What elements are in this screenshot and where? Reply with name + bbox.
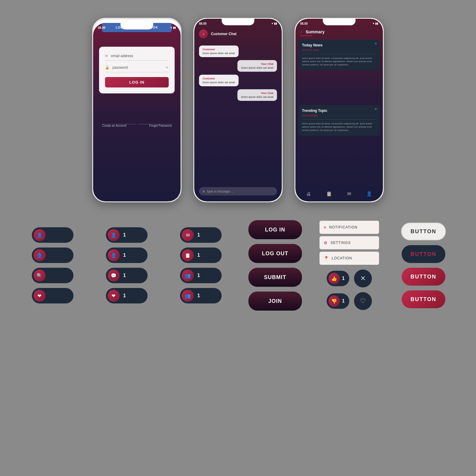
login-card: ✉ email address 🔒 password 👁 LOG IN [99, 47, 175, 93]
chat-header: ♪ Customer Chat [194, 27, 282, 41]
password-field[interactable]: 🔒 password 👁 [105, 65, 169, 72]
count-group2: 1 [197, 293, 200, 298]
pill-btn-user-2[interactable]: 👤 [32, 248, 73, 263]
chat-avatar-icon: ♪ [203, 32, 204, 36]
status-time: 08.00 [98, 26, 105, 29]
join-action-btn[interactable]: JOIN [248, 292, 302, 311]
status-time-summary: 08.00 [300, 22, 308, 25]
phones-section: 08.00 ▾ ▮▮ ✉ email address 🔒 passwo [0, 0, 476, 214]
nav-list-icon[interactable]: 📋 [326, 191, 332, 197]
phone-summary: 08.00 ▾ ▮▮ ≡ Summary ✕ Today News disco [295, 18, 384, 202]
bubble-text-1: lorem ipsum dolor set amet [203, 52, 235, 55]
location-icon: 📍 [324, 256, 329, 261]
pill-btn-list-count[interactable]: 📋 1 [180, 248, 222, 263]
pill-btn-user-count-1[interactable]: 👤 1 [106, 227, 148, 243]
wifi-icon: ▾ [170, 26, 172, 29]
col-style-btns: BUTTON BUTTON BUTTON BUTTON [389, 223, 458, 308]
password-input[interactable]: password [112, 65, 162, 70]
col-menu-items: ≡ NOTIFICATION ⚙ SETTINGS 📍 LOCATION 👍 1… [314, 221, 384, 310]
group-icon-count: 👥 [182, 270, 194, 281]
lock-icon: 🔒 [105, 65, 109, 70]
email-field[interactable]: ✉ email address [105, 54, 169, 61]
pill-btn-search[interactable]: 🔍 [32, 268, 73, 283]
news-card-trending: ✕ Trending Topic local updates lorem ips… [298, 105, 380, 136]
x-close-btn[interactable]: ✕ [354, 270, 372, 287]
notification-label: NOTIFICATION [329, 225, 358, 229]
pink-button-2[interactable]: BUTTON [402, 290, 445, 308]
buttons-section: 👤 👤 🔍 ❤ 👤 1 👤 1 💬 1 ❤ 1 [0, 214, 476, 322]
news-body-2: lorem ipsum dolor sit amet, consectetur … [302, 122, 376, 132]
chat-input[interactable]: type a message ... [207, 190, 234, 193]
like-count: 1 [342, 276, 345, 281]
summary-underline [300, 35, 312, 36]
news-card-close-1[interactable]: ✕ [375, 42, 377, 45]
news-title-2: Trending Topic [302, 109, 376, 113]
outline-button-1[interactable]: BUTTON [401, 223, 446, 240]
wifi-icon-chat: ▾ [272, 22, 273, 25]
menu-items-group: ≡ NOTIFICATION ⚙ SETTINGS 📍 LOCATION [314, 221, 384, 265]
summary-title: Summary [306, 29, 325, 34]
heart-outline-btn[interactable]: ♡ [354, 292, 372, 310]
login-button[interactable]: LOG IN [105, 77, 169, 87]
x-icon: ✕ [360, 275, 366, 282]
forget-password-link[interactable]: Forget Password [149, 124, 172, 127]
chat-bubble-customer-1: Customer lorem ipsum dolor set amet [199, 46, 239, 57]
user-icon-2: 👤 [34, 249, 46, 261]
news-divider-2 [302, 119, 376, 120]
battery-icon-chat: ▮▮ [274, 22, 277, 25]
count-3: 1 [123, 273, 126, 278]
chat-messages: Customer lorem ipsum dolor set amet Your… [194, 43, 282, 184]
dislike-pill-btn[interactable]: 👎 1 [327, 293, 350, 309]
nav-print-icon[interactable]: 🖨 [306, 191, 311, 197]
heart-icon-count: ❤ [108, 290, 120, 302]
login-action-btn[interactable]: LOG IN [248, 220, 302, 239]
pill-btn-mail-count[interactable]: ✉ 1 [180, 227, 222, 243]
news-card-close-2[interactable]: ✕ [375, 107, 377, 111]
logout-action-btn[interactable]: LOG OUT [248, 244, 302, 263]
menu-item-notification[interactable]: ≡ NOTIFICATION [320, 221, 379, 234]
location-label: LOCATION [332, 256, 352, 260]
like-row: 👍 1 ✕ [327, 270, 372, 287]
pill-btn-user-count-2[interactable]: 👤 1 [106, 248, 148, 263]
thumbs-up-icon: 👍 [328, 273, 340, 284]
chat-bubble-yourchat-1: Your Chat lorem ipsum dolor set amet [237, 60, 277, 72]
count-1: 1 [123, 232, 126, 238]
group2-icon-count: 👥 [182, 290, 194, 302]
news-card-today: ✕ Today News discover news lorem ipsum d… [298, 40, 380, 70]
dark-button-1[interactable]: BUTTON [402, 245, 445, 263]
like-pill-btn[interactable]: 👍 1 [327, 271, 350, 286]
hamburger-icon[interactable]: ≡ [300, 29, 303, 34]
chat-menu-icon[interactable]: ≡ [203, 190, 204, 193]
pill-btn-group2-count[interactable]: 👥 1 [180, 288, 222, 303]
pill-btn-heart-count[interactable]: ❤ 1 [106, 288, 148, 303]
count-4: 1 [123, 293, 126, 298]
status-time-chat: 08.00 [199, 22, 206, 25]
pill-btn-group-count[interactable]: 👥 1 [180, 268, 222, 283]
count-mail: 1 [197, 232, 200, 238]
nav-user-icon[interactable]: 👤 [366, 191, 372, 197]
news-subtitle-1: discover news [302, 48, 376, 51]
nav-mail-icon[interactable]: ✉ [347, 191, 351, 197]
settings-label: SETTINGS [331, 241, 351, 245]
menu-item-location[interactable]: 📍 LOCATION [320, 252, 379, 265]
submit-action-btn[interactable]: SUBMIT [248, 268, 302, 287]
email-input[interactable]: email address [111, 54, 169, 58]
pink-button-1[interactable]: BUTTON [402, 268, 445, 286]
count-list: 1 [197, 253, 200, 258]
chat-input-bar[interactable]: ≡ type a message ... [199, 187, 277, 195]
news-title-1: Today News [302, 43, 376, 47]
menu-item-settings[interactable]: ⚙ SETTINGS [320, 236, 379, 249]
bubble-text-3: lorem ipsum dolor set amet [203, 81, 235, 84]
create-account-link[interactable]: Create an Account [102, 124, 126, 127]
dislike-row: 👎 1 ♡ [327, 292, 372, 310]
user-icon-count-1: 👤 [108, 229, 120, 241]
phone-notch-login [120, 23, 153, 29]
login-screen-bg: 08.00 ▾ ▮▮ ✉ email address 🔒 passwo [93, 23, 181, 201]
pill-btn-heart[interactable]: ❤ [32, 288, 73, 303]
pill-btn-chat-count[interactable]: 💬 1 [106, 268, 148, 283]
pill-btn-user-1[interactable]: 👤 [32, 227, 73, 243]
status-icons-summary: ▾ ▮▮ [373, 22, 378, 25]
battery-icon: ▮▮ [173, 26, 176, 29]
email-icon: ✉ [105, 54, 108, 58]
col-icon2-pills: ✉ 1 📋 1 👥 1 👥 1 [166, 227, 236, 303]
